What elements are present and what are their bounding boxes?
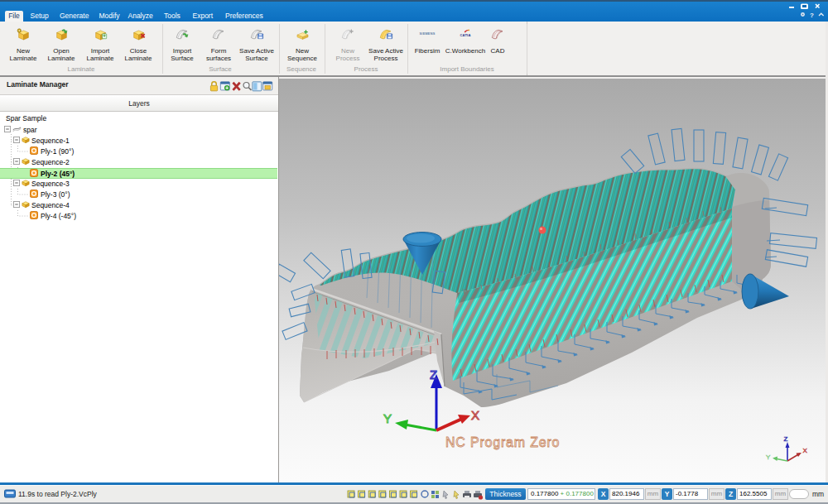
- svg-text:Y: Y: [766, 454, 771, 461]
- svg-text:?: ?: [810, 12, 814, 19]
- svg-text:Z: Z: [784, 435, 788, 443]
- svg-text:NC Program Zero: NC Program Zero: [445, 435, 560, 449]
- svg-text:Y: Y: [383, 411, 392, 425]
- svg-text:X: X: [471, 408, 479, 422]
- svg-text:Z: Z: [430, 367, 437, 382]
- svg-text:X: X: [803, 447, 808, 454]
